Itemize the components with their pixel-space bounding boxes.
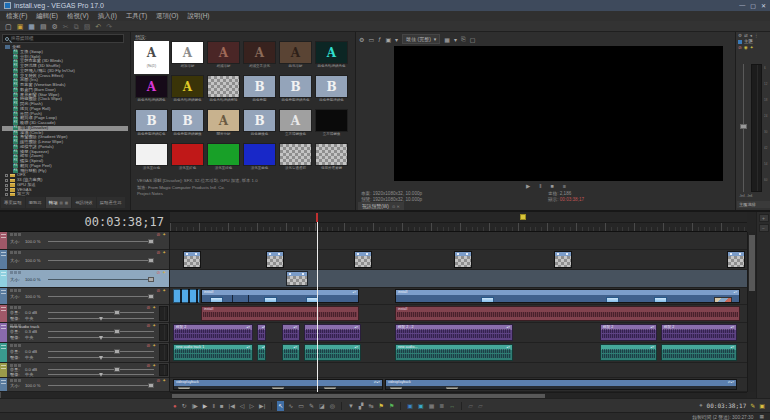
search-box[interactable] <box>2 34 124 43</box>
extra-tool-button[interactable]: ▱ <box>467 401 474 411</box>
caret-icon[interactable]: ▾ <box>454 36 457 43</box>
timeline-clip[interactable]: videoplayback⇄▴≡ <box>385 379 737 390</box>
eraser-tool-button[interactable]: ◪ <box>318 401 326 411</box>
dock-tab[interactable]: 瀏覽器 <box>26 197 45 208</box>
track-fx-icon[interactable]: ✦ <box>162 270 166 276</box>
edit-cursor-icon[interactable]: ✎ <box>750 402 755 409</box>
preview-stop-button[interactable]: ■ <box>550 183 553 189</box>
project-properties-icon[interactable]: ⚙ <box>52 22 58 31</box>
vertical-scrollbar[interactable] <box>747 232 756 392</box>
preview-play-button[interactable]: ▶ <box>526 183 530 189</box>
play-button[interactable]: ▶ <box>202 401 209 411</box>
slider-handle[interactable] <box>114 310 120 315</box>
cut-icon[interactable]: ✂ <box>63 22 69 31</box>
track-fx-icon[interactable]: ✦ <box>162 250 166 256</box>
timeline-clip[interactable]: ▴≡ <box>304 324 361 341</box>
go-to-end-button[interactable]: ▶| <box>258 401 266 411</box>
save-project-icon[interactable]: ▦ <box>28 22 35 31</box>
timeline-clip[interactable]: ▴≡ <box>600 344 657 361</box>
edit-details-button[interactable]: ≣ <box>438 401 445 411</box>
track-lane[interactable] <box>170 250 747 270</box>
timeline-clip[interactable]: install <box>395 306 740 321</box>
preview-menu-icon[interactable]: ≡ <box>563 183 566 189</box>
timeline-clip[interactable]: videoplayback⇄▴≡ <box>173 379 383 390</box>
track-header[interactable]: ⊘✦大小:100.0 % <box>0 232 169 250</box>
stop-button[interactable]: ■ <box>219 401 225 411</box>
preset-item[interactable]: B銳色疊型持續亮色 <box>278 75 313 108</box>
copy-snapshot-icon[interactable]: ⎘ <box>461 36 466 43</box>
track-color-tab[interactable] <box>0 270 7 287</box>
zoom-out-button[interactable]: − <box>759 224 769 232</box>
timeline-clip[interactable] <box>454 251 472 268</box>
timeline-ruler[interactable] <box>170 212 747 232</box>
slider-handle[interactable] <box>114 349 120 354</box>
slider-handle[interactable] <box>99 356 103 360</box>
timeline-clip[interactable]: ▴≡ <box>304 344 361 361</box>
vertical-scrollbar-thumb[interactable] <box>749 235 755 291</box>
enable-snapping-button[interactable]: ▼ <box>347 401 355 411</box>
slider-handle[interactable] <box>148 258 154 263</box>
preset-item[interactable]: B銳色疊型持續色 <box>314 75 349 108</box>
menu-item[interactable]: 工具(T) <box>126 12 147 21</box>
loop-playback-button[interactable]: ↻ <box>181 401 188 411</box>
previous-frame-button[interactable]: ◁ <box>239 401 246 411</box>
split-screen-view-icon[interactable]: ▣ <box>385 36 391 43</box>
menu-item[interactable]: 說明(H) <box>188 12 210 21</box>
track-slider[interactable] <box>48 312 154 313</box>
expander-icon[interactable] <box>5 188 8 191</box>
timeline-clip[interactable]: ▴≡ <box>282 344 300 361</box>
dock-tab[interactable]: 視訊特效 <box>72 197 96 208</box>
track-header[interactable]: ⊘✦new audio track音量:0.3 dB聲像:中央 <box>0 323 169 343</box>
track-header[interactable]: ⊘✦音量:0.0 dB聲像:中央 <box>0 363 169 378</box>
timeline-clip[interactable] <box>354 251 372 268</box>
slider-handle[interactable] <box>114 329 120 334</box>
preset-item[interactable]: 淡化至白色 <box>134 143 169 176</box>
menu-item[interactable]: 插入(I) <box>98 12 117 21</box>
track-mute-icon[interactable]: ⊘ <box>156 270 160 276</box>
paint-tool-button[interactable]: ✎ <box>308 401 315 411</box>
playhead[interactable] <box>317 222 318 392</box>
track-header[interactable]: ⊘✦大小:100.0 % <box>0 378 169 392</box>
menu-item[interactable]: 編輯(E) <box>36 12 58 21</box>
record-button[interactable]: ● <box>172 401 178 411</box>
envelope-edit-tool-button[interactable]: ∿ <box>287 401 294 411</box>
slider-handle[interactable] <box>99 336 103 340</box>
track-slider[interactable] <box>48 296 154 297</box>
play-from-start-button[interactable]: |▶ <box>191 401 199 411</box>
preset-item[interactable]: 使用所選漸變 <box>314 143 349 176</box>
track-fx-icon[interactable]: ✦ <box>162 378 166 384</box>
plugin-manager-button[interactable]: ↔ <box>448 401 456 411</box>
menu-item[interactable]: 選項(O) <box>156 12 178 21</box>
preset-item[interactable]: B銳色疊型持續變換 <box>170 109 205 142</box>
track-mute-icon[interactable]: ⊘ <box>156 288 160 294</box>
preset-item[interactable]: A銳色亮點持續調色 <box>134 75 169 108</box>
tab-view-icon[interactable]: ▦ <box>65 201 68 205</box>
preset-item[interactable]: 立方體變換 <box>314 109 349 142</box>
track-slider[interactable] <box>48 241 154 242</box>
tab-master-bus[interactable]: 主匯流排 <box>737 201 770 208</box>
new-project-icon[interactable]: ▢ <box>5 22 12 31</box>
timeline-clip[interactable]: install <box>201 306 359 321</box>
search-input[interactable] <box>11 36 121 41</box>
track-color-tab[interactable] <box>0 250 7 269</box>
save-snapshot-icon[interactable]: ▢ <box>470 36 476 43</box>
track-color-tab[interactable] <box>0 323 7 342</box>
track-header[interactable]: ⊘✦大小:100.0 % <box>0 288 169 305</box>
timeline-clip[interactable]: ▴≡ <box>282 324 300 341</box>
zoom-in-button[interactable]: + <box>759 214 769 222</box>
track-mute-icon[interactable]: ⊘ <box>156 232 160 238</box>
track-slider[interactable] <box>48 374 154 375</box>
menu-item[interactable]: 檔案(F) <box>6 12 27 21</box>
preview-quality-dropdown[interactable]: 最佳 (完整) ▾ <box>402 34 440 44</box>
timeline-clip[interactable]: new audio...▴≡ <box>395 344 513 361</box>
slider-handle[interactable] <box>99 317 103 321</box>
preset-item[interactable]: A銳色亮點持續亮色 <box>314 41 349 74</box>
expander-icon[interactable] <box>5 184 8 187</box>
pause-button[interactable]: ‖ <box>211 401 215 411</box>
track-slider[interactable] <box>48 357 154 358</box>
caret-icon[interactable]: ▾ <box>395 36 398 43</box>
master-solo-icon[interactable]: ◉ <box>744 45 748 50</box>
master-bus-window-button[interactable]: ▦ <box>428 401 436 411</box>
insert-bus-icon[interactable]: ⇄ <box>744 33 748 38</box>
timeline-clip[interactable]: 錄製 2▴≡ <box>600 324 657 341</box>
